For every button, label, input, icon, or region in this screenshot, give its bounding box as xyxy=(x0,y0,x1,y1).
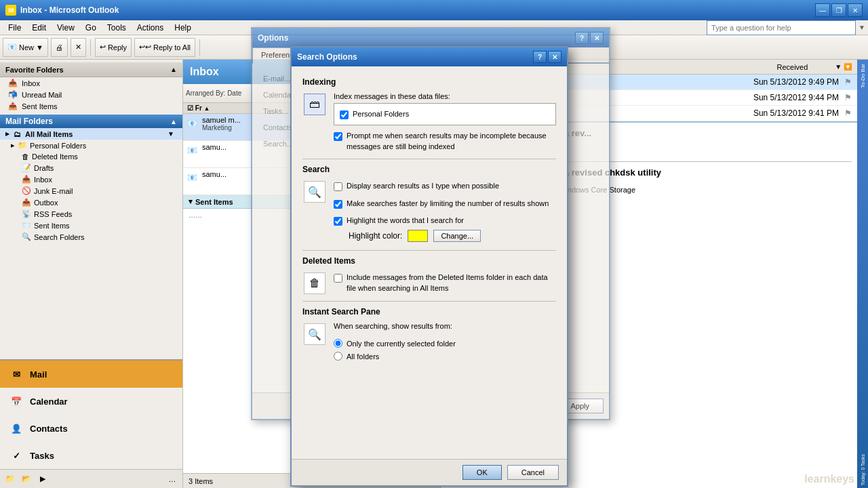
inbox-fav-icon: 📥 xyxy=(8,79,18,87)
outbox-icon: 📤 xyxy=(22,198,31,207)
msg-flag-icon: 📧 xyxy=(187,116,199,138)
help-box: ▼ xyxy=(707,20,865,35)
nav-inbox-tree[interactable]: 📥 Inbox xyxy=(0,174,182,185)
options-close-btn[interactable]: ✕ xyxy=(590,32,604,44)
folder-icon: 📁 xyxy=(18,141,27,150)
mail-folders-collapse[interactable]: ▲ xyxy=(170,118,177,125)
minimize-button[interactable]: — xyxy=(815,3,830,17)
nav-calendar-button[interactable]: 📅 Calendar xyxy=(0,388,182,415)
arranged-by-label: Arranged By: Date xyxy=(186,89,241,97)
menu-view[interactable]: View xyxy=(52,22,80,34)
menu-file[interactable]: File xyxy=(3,22,26,34)
title-bar-controls: — ❐ ✕ xyxy=(815,3,863,17)
nav-mail-button[interactable]: ✉ Mail xyxy=(0,361,182,388)
instant-search-body: When searching, show results from: Only … xyxy=(334,322,556,365)
nav-personal-folders[interactable]: ▸ 📁 Personal Folders xyxy=(0,140,182,151)
prompt-incomplete-checkbox[interactable] xyxy=(334,132,342,141)
nav-options-btn[interactable]: … xyxy=(165,472,180,487)
new-dropdown-icon[interactable]: ▼ xyxy=(36,43,43,52)
nav-inbox-fav[interactable]: 📥 Inbox xyxy=(0,77,182,89)
menu-go[interactable]: Go xyxy=(80,22,102,34)
mail-nav-icon: ✉ xyxy=(8,366,24,382)
include-deleted-checkbox[interactable] xyxy=(334,274,342,283)
menu-help[interactable]: Help xyxy=(169,22,197,34)
nav-unread-fav[interactable]: 📬 Unread Mail xyxy=(0,89,182,100)
nav-sent-fav[interactable]: 📤 Sent Items xyxy=(0,100,182,112)
reading-flag-3: ⚑ xyxy=(844,108,852,118)
nav-arrow-btn[interactable]: ▶ xyxy=(35,472,50,487)
menu-actions[interactable]: Actions xyxy=(132,22,169,34)
instant-search-title: Instant Search Pane xyxy=(302,307,556,317)
all-mail-folder-icon: 🗂 xyxy=(14,130,21,138)
instant-box-icon: 🔍 xyxy=(304,323,326,345)
mail-folders-header: Mail Folders ▲ xyxy=(0,115,182,128)
options-title-controls: ? ✕ xyxy=(575,32,604,44)
menu-edit[interactable]: Edit xyxy=(26,22,52,34)
window-title: Inbox - Microsoft Outlook xyxy=(20,5,119,15)
nav-folder-btn[interactable]: 📂 xyxy=(19,472,34,487)
deleted-items-body: Include messages from the Deleted Items … xyxy=(334,271,556,295)
nav-outbox[interactable]: 📤 Outbox xyxy=(0,197,182,208)
display-results-checkbox[interactable] xyxy=(334,182,342,191)
instant-search-icon: 🔍 xyxy=(302,322,327,346)
favorite-folders-header[interactable]: Favorite Folders ▲ xyxy=(0,62,182,77)
search-cancel-btn[interactable]: Cancel xyxy=(507,465,559,480)
reading-flag-2: ⚑ xyxy=(844,93,852,102)
sent-fav-icon: 📤 xyxy=(8,102,18,110)
search-ok-btn[interactable]: OK xyxy=(462,465,502,480)
favorite-folders-collapse[interactable]: ▲ xyxy=(170,66,177,73)
today-tasks-label: Today: 0 Tasks xyxy=(861,451,865,488)
selected-folder-radio[interactable] xyxy=(334,339,342,348)
all-folders-label: All folders xyxy=(347,352,379,361)
sort-icon: ▲ xyxy=(204,105,210,112)
reply-all-button[interactable]: ↩↩ Reply to All xyxy=(134,38,195,57)
print-button[interactable]: 🖨 xyxy=(51,38,68,57)
faster-searches-item: Make searches faster by limiting the num… xyxy=(334,197,556,210)
highlight-words-item: Highlight the words that I search for xyxy=(334,214,556,227)
title-bar: ✉ Inbox - Microsoft Outlook — ❐ ✕ xyxy=(0,0,868,20)
search-dialog-title-label: Search Options xyxy=(297,52,357,62)
nav-tasks-button[interactable]: ✓ Tasks xyxy=(0,442,182,469)
todo-bar-label[interactable]: To-Do Bar xyxy=(860,60,866,92)
nav-new-folder-btn[interactable]: 📁 xyxy=(3,472,18,487)
nav-drafts[interactable]: 📝 Drafts xyxy=(0,162,182,174)
options-title: Options xyxy=(258,33,288,43)
all-mail-dropdown[interactable]: ▼ xyxy=(167,130,174,138)
selected-folder-radio-item: Only the currently selected folder xyxy=(334,337,556,350)
search-section-title: Search xyxy=(302,165,556,174)
nav-junk[interactable]: 🚫 Junk E-mail xyxy=(0,185,182,197)
change-color-btn[interactable]: Change... xyxy=(433,230,481,242)
nav-search[interactable]: 🔍 Search Folders xyxy=(0,231,182,243)
junk-icon: 🚫 xyxy=(22,186,31,195)
restore-button[interactable]: ❐ xyxy=(831,3,846,17)
inbox-tree-icon: 📥 xyxy=(22,175,31,184)
all-mail-items[interactable]: ▸ 🗂 All Mail Items ▼ xyxy=(0,128,182,140)
close-button[interactable]: ✕ xyxy=(848,3,863,17)
nav-contacts-button[interactable]: 👤 Contacts xyxy=(0,415,182,442)
deleted-section-title: Deleted Items xyxy=(302,256,556,266)
faster-searches-checkbox[interactable] xyxy=(334,200,342,209)
options-help-btn[interactable]: ? xyxy=(575,32,589,44)
nav-sent-tree[interactable]: 📨 Sent Items xyxy=(0,220,182,231)
new-button[interactable]: 📧 New ▼ xyxy=(3,38,48,57)
reading-flag-1: ⚑ xyxy=(844,77,852,87)
delete-button[interactable]: ✕ xyxy=(71,38,86,57)
prompt-incomplete-item: Prompt me when search results may be inc… xyxy=(334,129,556,153)
search-folders-icon: 🔍 xyxy=(22,232,31,241)
search-help-btn[interactable]: ? xyxy=(533,51,547,63)
highlight-words-checkbox[interactable] xyxy=(334,217,342,226)
todo-bar: To-Do Bar Today: 0 Tasks xyxy=(857,60,868,488)
reply-button[interactable]: ↩ Reply xyxy=(95,38,132,57)
nav-rss[interactable]: 📡 RSS Feeds xyxy=(0,208,182,220)
nav-deleted[interactable]: 🗑 Deleted Items xyxy=(0,151,182,162)
help-input[interactable] xyxy=(707,20,856,35)
search-close-btn[interactable]: ✕ xyxy=(548,51,561,63)
highlight-color-swatch xyxy=(408,230,428,242)
divider-1 xyxy=(302,159,556,159)
include-deleted-item: Include messages from the Deleted Items … xyxy=(334,271,556,295)
all-folders-radio[interactable] xyxy=(334,352,342,361)
personal-folders-checkbox[interactable] xyxy=(340,110,349,119)
reply-icon: ↩ xyxy=(100,43,106,52)
menu-tools[interactable]: Tools xyxy=(102,22,132,34)
title-bar-left: ✉ Inbox - Microsoft Outlook xyxy=(5,5,119,16)
